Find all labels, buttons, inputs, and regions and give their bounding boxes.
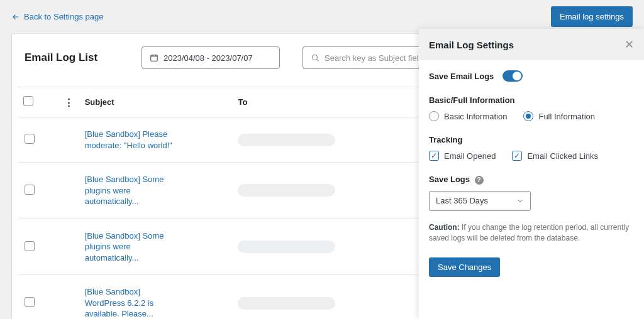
close-panel-button[interactable]: ✕: [625, 38, 634, 51]
save-changes-button[interactable]: Save Changes: [429, 257, 500, 277]
subject-link[interactable]: [Blue Sandbox] Some plugins were automat…: [85, 230, 179, 264]
row-checkbox[interactable]: [25, 134, 35, 144]
search-placeholder: Search key as Subject field or: [325, 53, 420, 63]
caution-text: Caution: If you change the log retention…: [429, 222, 634, 244]
help-icon[interactable]: ?: [475, 176, 484, 185]
row-checkbox[interactable]: [25, 241, 35, 251]
svg-point-1: [312, 55, 317, 60]
back-link-label: Back to Settings page: [24, 12, 103, 21]
email-log-settings-button[interactable]: Email log settings: [551, 6, 633, 27]
to-pill: [238, 241, 335, 253]
retention-value: Last 365 Days: [436, 196, 488, 205]
info-level-radios: Basic Information Full Information: [429, 111, 634, 121]
basic-information-label: Basic Information: [444, 112, 507, 121]
settings-panel: Email Log Settings ✕ Save Email Logs Bas…: [419, 29, 644, 319]
header-subject: Subject: [79, 87, 232, 117]
radio-icon: [523, 111, 533, 121]
save-logs-heading: Save Logs ?: [429, 175, 634, 185]
checkbox-checked-icon: ✓: [512, 151, 522, 161]
subject-link[interactable]: [Blue Sandbox] Please moderate: "Hello w…: [85, 129, 179, 151]
close-icon: ✕: [625, 38, 634, 51]
to-pill: [238, 297, 335, 310]
chevron-down-icon: [516, 197, 524, 205]
retention-select[interactable]: Last 365 Days: [429, 191, 531, 211]
dots-vertical-icon: ⋮: [64, 97, 74, 107]
date-range-value: 2023/04/08 - 2023/07/07: [164, 53, 253, 63]
select-all-checkbox[interactable]: [23, 96, 33, 106]
header-to: To: [231, 87, 416, 117]
search-input[interactable]: Search key as Subject field or: [303, 46, 428, 69]
panel-body: Save Email Logs Basic/Full Information B…: [419, 60, 644, 287]
email-opened-label: Email Opened: [444, 151, 496, 161]
basic-full-heading: Basic/Full Information: [429, 95, 634, 105]
email-clicked-checkbox[interactable]: ✓ Email Clicked Links: [512, 151, 598, 161]
to-pill: [238, 184, 335, 197]
date-range-input[interactable]: 2023/04/08 - 2023/07/07: [142, 46, 280, 69]
email-clicked-label: Email Clicked Links: [527, 151, 598, 161]
panel-header: Email Log Settings ✕: [419, 29, 644, 60]
save-email-logs-toggle[interactable]: [502, 70, 523, 82]
radio-icon: [429, 111, 439, 121]
svg-rect-0: [151, 55, 158, 61]
save-email-logs-row: Save Email Logs: [429, 70, 634, 82]
tracking-checkboxes: ✓ Email Opened ✓ Email Clicked Links: [429, 151, 634, 161]
header-checkbox-cell: [18, 87, 59, 117]
subject-link[interactable]: [Blue Sandbox] WordPress 6.2.2 is availa…: [85, 286, 179, 319]
email-opened-checkbox[interactable]: ✓ Email Opened: [429, 151, 496, 161]
header-menu-cell[interactable]: ⋮: [59, 87, 79, 117]
tracking-heading: Tracking: [429, 135, 634, 144]
full-information-label: Full Information: [538, 112, 595, 121]
arrow-left-icon: [11, 13, 20, 21]
subject-link[interactable]: [Blue Sandbox] Some plugins were automat…: [85, 174, 179, 207]
to-pill: [238, 134, 335, 146]
basic-information-radio[interactable]: Basic Information: [429, 111, 507, 121]
checkbox-checked-icon: ✓: [429, 151, 439, 161]
calendar-icon: [150, 53, 158, 62]
row-checkbox[interactable]: [25, 185, 35, 195]
page-title: Email Log List: [25, 51, 119, 64]
save-email-logs-label: Save Email Logs: [429, 72, 494, 81]
full-information-radio[interactable]: Full Information: [523, 111, 595, 121]
search-icon: [311, 53, 319, 62]
panel-title: Email Log Settings: [429, 40, 514, 50]
row-checkbox[interactable]: [25, 297, 35, 307]
back-link[interactable]: Back to Settings page: [11, 12, 103, 21]
